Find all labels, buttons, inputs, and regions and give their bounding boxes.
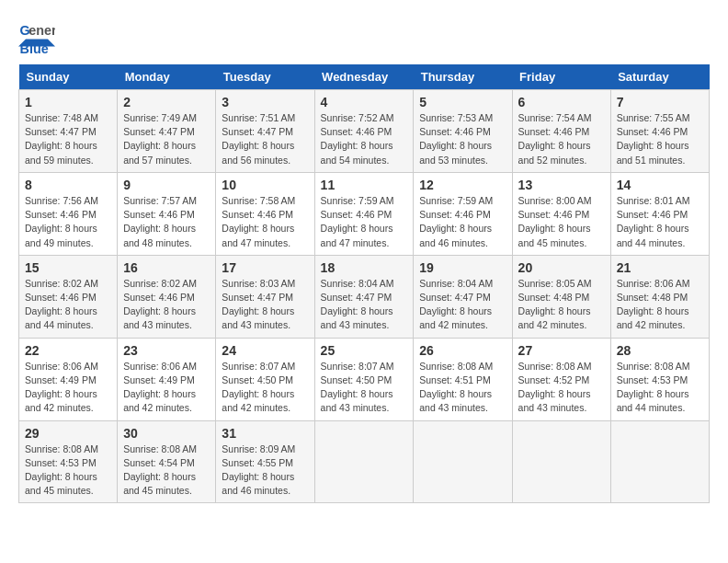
calendar-cell: 25 Sunrise: 8:07 AMSunset: 4:50 PMDaylig… (314, 338, 414, 420)
day-number: 14 (617, 178, 703, 192)
calendar-header-friday: Friday (512, 64, 610, 90)
calendar-cell: 20 Sunrise: 8:05 AMSunset: 4:48 PMDaylig… (512, 255, 610, 338)
day-number: 6 (518, 95, 605, 109)
calendar-header-tuesday: Tuesday (216, 64, 314, 90)
calendar-cell (512, 420, 610, 503)
day-number: 7 (617, 95, 703, 109)
day-info: Sunrise: 7:51 AMSunset: 4:47 PMDaylight:… (222, 112, 295, 166)
calendar-cell: 4 Sunrise: 7:52 AMSunset: 4:46 PMDayligh… (314, 90, 414, 173)
calendar-cell: 27 Sunrise: 8:08 AMSunset: 4:52 PMDaylig… (512, 338, 610, 420)
calendar-cell: 19 Sunrise: 8:04 AMSunset: 4:47 PMDaylig… (414, 255, 512, 338)
day-info: Sunrise: 8:07 AMSunset: 4:50 PMDaylight:… (222, 361, 295, 414)
day-info: Sunrise: 7:54 AMSunset: 4:46 PMDaylight:… (518, 112, 592, 166)
calendar-cell: 6 Sunrise: 7:54 AMSunset: 4:46 PMDayligh… (512, 90, 610, 173)
calendar-cell: 8 Sunrise: 7:56 AMSunset: 4:46 PMDayligh… (19, 172, 118, 255)
day-info: Sunrise: 7:52 AMSunset: 4:46 PMDaylight:… (321, 112, 394, 166)
calendar-cell: 5 Sunrise: 7:53 AMSunset: 4:46 PMDayligh… (414, 90, 512, 173)
day-info: Sunrise: 8:04 AMSunset: 4:47 PMDaylight:… (321, 278, 394, 331)
day-info: Sunrise: 8:05 AMSunset: 4:48 PMDaylight:… (518, 278, 592, 331)
calendar-cell: 30 Sunrise: 8:08 AMSunset: 4:54 PMDaylig… (118, 420, 216, 503)
calendar-cell (610, 420, 709, 503)
day-info: Sunrise: 8:01 AMSunset: 4:46 PMDaylight:… (617, 195, 690, 248)
day-number: 31 (222, 426, 308, 441)
calendar-cell: 7 Sunrise: 7:55 AMSunset: 4:46 PMDayligh… (610, 90, 709, 173)
day-info: Sunrise: 7:55 AMSunset: 4:46 PMDaylight:… (617, 112, 690, 166)
day-number: 28 (617, 343, 703, 358)
day-info: Sunrise: 8:08 AMSunset: 4:53 PMDaylight:… (25, 443, 98, 497)
day-number: 25 (321, 343, 408, 358)
day-info: Sunrise: 8:00 AMSunset: 4:46 PMDaylight:… (518, 195, 592, 248)
day-number: 12 (419, 178, 506, 192)
day-number: 4 (321, 95, 408, 109)
day-number: 2 (123, 95, 210, 109)
calendar-body: 1 Sunrise: 7:48 AMSunset: 4:47 PMDayligh… (19, 90, 710, 503)
svg-text:eneral: eneral (28, 23, 55, 38)
day-number: 16 (123, 260, 210, 275)
calendar-cell: 1 Sunrise: 7:48 AMSunset: 4:47 PMDayligh… (19, 90, 118, 173)
svg-text:Blue: Blue (20, 41, 49, 55)
calendar-header-saturday: Saturday (610, 64, 709, 90)
calendar-cell: 26 Sunrise: 8:08 AMSunset: 4:51 PMDaylig… (414, 338, 512, 420)
calendar-cell: 21 Sunrise: 8:06 AMSunset: 4:48 PMDaylig… (610, 255, 709, 338)
day-info: Sunrise: 8:04 AMSunset: 4:47 PMDaylight:… (419, 278, 493, 331)
calendar-header-row: SundayMondayTuesdayWednesdayThursdayFrid… (19, 64, 710, 90)
calendar-cell: 31 Sunrise: 8:09 AMSunset: 4:55 PMDaylig… (216, 420, 314, 503)
day-info: Sunrise: 7:58 AMSunset: 4:46 PMDaylight:… (222, 195, 295, 248)
day-number: 15 (25, 260, 111, 275)
calendar-cell: 28 Sunrise: 8:08 AMSunset: 4:53 PMDaylig… (610, 338, 709, 420)
calendar-header-thursday: Thursday (414, 64, 512, 90)
day-number: 20 (518, 260, 605, 275)
calendar-cell: 22 Sunrise: 8:06 AMSunset: 4:49 PMDaylig… (19, 338, 118, 420)
day-number: 10 (222, 178, 308, 192)
calendar-cell: 3 Sunrise: 7:51 AMSunset: 4:47 PMDayligh… (216, 90, 314, 173)
day-info: Sunrise: 8:08 AMSunset: 4:53 PMDaylight:… (617, 361, 690, 414)
day-info: Sunrise: 7:53 AMSunset: 4:46 PMDaylight:… (419, 112, 493, 166)
day-number: 23 (123, 343, 210, 358)
day-info: Sunrise: 8:07 AMSunset: 4:50 PMDaylight:… (321, 361, 394, 414)
calendar-cell: 18 Sunrise: 8:04 AMSunset: 4:47 PMDaylig… (314, 255, 414, 338)
day-info: Sunrise: 7:57 AMSunset: 4:46 PMDaylight:… (123, 195, 197, 248)
calendar-week-1: 1 Sunrise: 7:48 AMSunset: 4:47 PMDayligh… (19, 90, 710, 173)
calendar-cell: 23 Sunrise: 8:06 AMSunset: 4:49 PMDaylig… (118, 338, 216, 420)
logo: G eneral Blue (18, 18, 59, 55)
calendar-cell: 10 Sunrise: 7:58 AMSunset: 4:46 PMDaylig… (216, 172, 314, 255)
calendar-header-sunday: Sunday (19, 64, 118, 90)
calendar-cell: 17 Sunrise: 8:03 AMSunset: 4:47 PMDaylig… (216, 255, 314, 338)
calendar: SundayMondayTuesdayWednesdayThursdayFrid… (18, 64, 710, 503)
day-number: 3 (222, 95, 308, 109)
calendar-cell: 9 Sunrise: 7:57 AMSunset: 4:46 PMDayligh… (118, 172, 216, 255)
day-number: 29 (25, 426, 111, 441)
calendar-week-4: 22 Sunrise: 8:06 AMSunset: 4:49 PMDaylig… (19, 338, 710, 420)
day-number: 17 (222, 260, 308, 275)
calendar-cell: 29 Sunrise: 8:08 AMSunset: 4:53 PMDaylig… (19, 420, 118, 503)
page-header: G eneral Blue (18, 18, 710, 55)
day-number: 11 (321, 178, 408, 192)
day-info: Sunrise: 8:03 AMSunset: 4:47 PMDaylight:… (222, 278, 295, 331)
calendar-cell: 2 Sunrise: 7:49 AMSunset: 4:47 PMDayligh… (118, 90, 216, 173)
calendar-cell: 14 Sunrise: 8:01 AMSunset: 4:46 PMDaylig… (610, 172, 709, 255)
day-info: Sunrise: 8:06 AMSunset: 4:48 PMDaylight:… (617, 278, 690, 331)
day-info: Sunrise: 8:02 AMSunset: 4:46 PMDaylight:… (25, 278, 98, 331)
day-info: Sunrise: 7:48 AMSunset: 4:47 PMDaylight:… (25, 112, 98, 166)
calendar-cell: 11 Sunrise: 7:59 AMSunset: 4:46 PMDaylig… (314, 172, 414, 255)
calendar-week-2: 8 Sunrise: 7:56 AMSunset: 4:46 PMDayligh… (19, 172, 710, 255)
day-info: Sunrise: 8:06 AMSunset: 4:49 PMDaylight:… (123, 361, 197, 414)
calendar-cell (314, 420, 414, 503)
day-number: 18 (321, 260, 408, 275)
day-number: 22 (25, 343, 111, 358)
day-number: 21 (617, 260, 703, 275)
calendar-cell: 15 Sunrise: 8:02 AMSunset: 4:46 PMDaylig… (19, 255, 118, 338)
day-number: 27 (518, 343, 605, 358)
calendar-week-3: 15 Sunrise: 8:02 AMSunset: 4:46 PMDaylig… (19, 255, 710, 338)
day-info: Sunrise: 8:08 AMSunset: 4:51 PMDaylight:… (419, 361, 493, 414)
day-number: 5 (419, 95, 506, 109)
calendar-cell: 12 Sunrise: 7:59 AMSunset: 4:46 PMDaylig… (414, 172, 512, 255)
day-info: Sunrise: 7:59 AMSunset: 4:46 PMDaylight:… (321, 195, 394, 248)
day-info: Sunrise: 8:08 AMSunset: 4:52 PMDaylight:… (518, 361, 592, 414)
calendar-cell (414, 420, 512, 503)
logo-icon: G eneral Blue (18, 18, 55, 55)
day-number: 8 (25, 178, 111, 192)
day-info: Sunrise: 7:49 AMSunset: 4:47 PMDaylight:… (123, 112, 197, 166)
day-number: 26 (419, 343, 506, 358)
day-info: Sunrise: 8:08 AMSunset: 4:54 PMDaylight:… (123, 443, 197, 497)
